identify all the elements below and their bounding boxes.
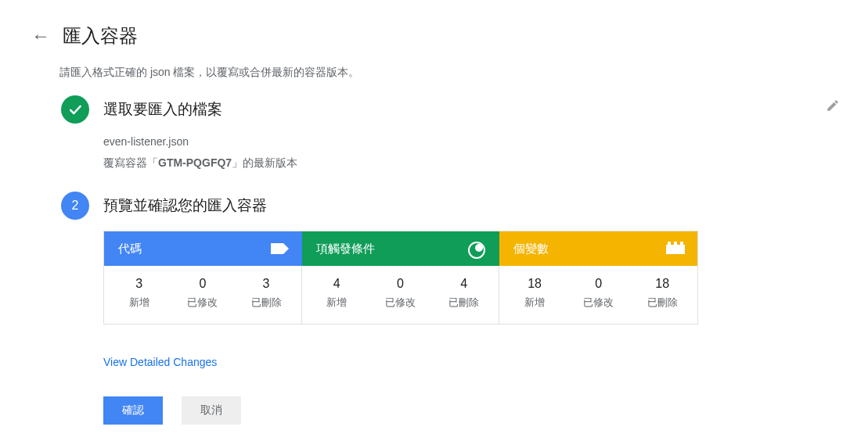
svg-point-1: [475, 244, 483, 252]
tags-deleted-count: 3: [243, 277, 290, 291]
vars-deleted-label: 已刪除: [639, 296, 686, 310]
step2-number-badge: 2: [61, 192, 89, 220]
step1-description: 覆寫容器「GTM-PQGFQ7」的最新版本: [103, 152, 837, 174]
page-title: 匯入容器: [63, 23, 138, 48]
vars-added-label: 新增: [511, 296, 558, 310]
tags-header-label: 代碼: [118, 242, 142, 256]
svg-rect-4: [674, 242, 677, 245]
view-detailed-changes-link[interactable]: View Detailed Changes: [103, 356, 868, 368]
triggers-header-label: 項觸發條件: [316, 242, 375, 256]
variables-header-label: 個變數: [513, 242, 549, 256]
container-id: GTM-PQGFQ7: [158, 156, 232, 169]
vars-deleted-count: 18: [639, 277, 686, 291]
trigger-icon: [468, 242, 485, 256]
step1-done-icon: [61, 95, 89, 124]
vars-added-count: 18: [511, 277, 558, 291]
svg-rect-3: [668, 242, 671, 245]
import-summary: 代碼 3新增 0已修改 3已刪除 項觸發條件 4新增 0已修改: [103, 231, 698, 324]
confirm-button[interactable]: 確認: [103, 396, 163, 425]
step1-title: 選取要匯入的檔案: [103, 95, 222, 124]
triggers-added-label: 新增: [313, 296, 360, 310]
vars-modified-label: 已修改: [575, 296, 622, 310]
triggers-deleted-count: 4: [441, 277, 488, 291]
svg-rect-5: [680, 242, 683, 245]
tag-icon: [271, 242, 288, 256]
summary-triggers-panel: 項觸發條件 4新增 0已修改 4已刪除: [302, 231, 500, 324]
summary-tags-panel: 代碼 3新增 0已修改 3已刪除: [104, 231, 302, 324]
page-subtitle: 請匯入格式正確的 json 檔案，以覆寫或合併最新的容器版本。: [0, 56, 868, 95]
summary-variables-panel: 個變數 18新增 0已修改 18已刪除: [499, 231, 697, 324]
triggers-modified-label: 已修改: [377, 296, 424, 310]
tags-added-label: 新增: [116, 296, 163, 310]
tags-modified-count: 0: [179, 277, 226, 291]
tags-deleted-label: 已刪除: [243, 296, 290, 310]
vars-modified-count: 0: [575, 277, 622, 291]
triggers-deleted-label: 已刪除: [441, 296, 488, 310]
variable-icon: [666, 242, 683, 256]
back-arrow-icon[interactable]: ←: [31, 25, 50, 47]
step2-title: 預覽並確認您的匯入容器: [103, 192, 267, 220]
tags-added-count: 3: [116, 277, 163, 291]
step1-filename: even-listener.json: [103, 131, 837, 152]
tags-modified-label: 已修改: [179, 296, 226, 310]
triggers-modified-count: 0: [377, 277, 424, 291]
svg-rect-2: [666, 245, 685, 254]
triggers-added-count: 4: [313, 277, 360, 291]
cancel-button[interactable]: 取消: [182, 396, 241, 425]
